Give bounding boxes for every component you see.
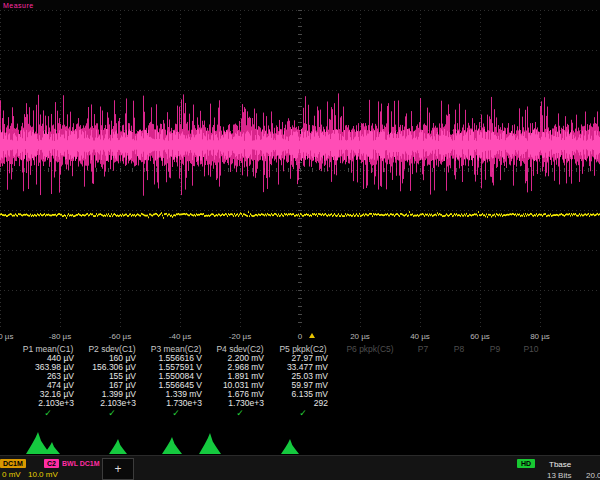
measure-value	[478, 381, 514, 390]
measure-value: 10.031 mV	[210, 381, 272, 390]
measure-value: 1.891 mV	[210, 372, 272, 381]
empty-cell	[336, 408, 406, 419]
measure-row-4: 474 µV167 µV1.556645 V10.031 mV59.97 mV	[16, 381, 600, 390]
measure-header-p7[interactable]: P7	[406, 344, 442, 354]
measure-value	[406, 363, 442, 372]
time-axis-label: 0	[298, 332, 302, 341]
measure-value: 25.03 mV	[272, 372, 336, 381]
measure-value: 1.556645 V	[144, 381, 210, 390]
top-strip: Measure	[0, 0, 600, 10]
check-icon: ✓	[210, 408, 272, 419]
measure-value	[514, 372, 550, 381]
measure-value	[336, 399, 406, 408]
measure-value: 2.968 mV	[210, 363, 272, 372]
trigger-position-icon[interactable]	[309, 333, 315, 338]
measure-value	[478, 390, 514, 399]
measure-value	[406, 399, 442, 408]
timebase-bits: 13 Bits	[547, 471, 571, 480]
measure-value	[406, 372, 442, 381]
measure-value	[478, 354, 514, 363]
oscilloscope-screen: Measure -100 µs-80 µs-60 µs-40 µs-20 µs0…	[0, 0, 600, 480]
measure-value	[442, 381, 478, 390]
top-left-label: Measure	[3, 2, 34, 9]
measure-value: 1.557591 V	[144, 363, 210, 372]
measure-value: 1.550084 V	[144, 372, 210, 381]
time-axis: -100 µs-80 µs-60 µs-40 µs-20 µs020 µs40 …	[0, 330, 600, 344]
measure-value	[336, 363, 406, 372]
empty-cell	[442, 408, 478, 419]
check-icon: ✓	[82, 408, 144, 419]
crosshair-button[interactable]: +	[102, 458, 134, 480]
channel1-descriptor[interactable]: DC1M	[0, 459, 26, 468]
measure-value: 160 µV	[82, 354, 144, 363]
measure-value: 1.676 mV	[210, 390, 272, 399]
measure-value	[478, 399, 514, 408]
measure-header-p10[interactable]: P10	[514, 344, 550, 354]
measure-value: 156.306 µV	[82, 363, 144, 372]
measure-value: 2.200 mV	[210, 354, 272, 363]
time-axis-label: -60 µs	[109, 332, 131, 341]
measure-value: 32.16 µV	[16, 390, 82, 399]
measure-value	[336, 354, 406, 363]
measure-value	[406, 390, 442, 399]
time-axis-label: 20 µs	[350, 332, 370, 341]
measure-value: 440 µV	[16, 354, 82, 363]
measure-value: 474 µV	[16, 381, 82, 390]
measure-value	[478, 363, 514, 372]
time-axis-label: -100 µs	[0, 332, 13, 341]
measure-histicon-canvas[interactable]	[0, 421, 600, 455]
measure-row-6: 2.103e+32.103e+31.730e+31.730e+3292	[16, 399, 600, 408]
channel1-offset: 0 mV	[2, 470, 21, 479]
measure-row-5: 32.16 µV1.399 µV1.339 mV1.676 mV6.135 mV	[16, 390, 600, 399]
empty-cell	[514, 408, 550, 419]
measure-value	[442, 390, 478, 399]
empty-cell	[406, 408, 442, 419]
measure-value	[514, 363, 550, 372]
measure-header-p4[interactable]: P4 sdev(C2)	[210, 344, 272, 354]
measure-value: 1.399 µV	[82, 390, 144, 399]
channel2-descriptor[interactable]: C2	[44, 459, 59, 468]
check-icon: ✓	[144, 408, 210, 419]
measure-value	[514, 381, 550, 390]
channel1-scale: 10.0 mV	[28, 470, 58, 479]
measure-header-p6[interactable]: P6 pkpk(C5)	[336, 344, 406, 354]
measure-value	[336, 390, 406, 399]
time-axis-label: 60 µs	[470, 332, 490, 341]
bottom-bar: DC1M 0 mV 10.0 mV C2 BWL DC1M + HD Tbase…	[0, 455, 600, 480]
measure-value: 167 µV	[82, 381, 144, 390]
measure-value: 59.97 mV	[272, 381, 336, 390]
measure-header-p2[interactable]: P2 sdev(C1)	[82, 344, 144, 354]
measure-value: 363.98 µV	[16, 363, 82, 372]
time-axis-label: -80 µs	[49, 332, 71, 341]
measure-value: 27.97 mV	[272, 354, 336, 363]
measure-header-p9[interactable]: P9	[478, 344, 514, 354]
time-axis-label: -20 µs	[229, 332, 251, 341]
time-axis-label: 40 µs	[410, 332, 430, 341]
measure-header-p1[interactable]: P1 mean(C1)	[16, 344, 82, 354]
measure-value: 33.477 mV	[272, 363, 336, 372]
measure-header-p3[interactable]: P3 mean(C2)	[144, 344, 210, 354]
measure-value: 155 µV	[82, 372, 144, 381]
measure-value: 1.556616 V	[144, 354, 210, 363]
measure-value: 6.135 mV	[272, 390, 336, 399]
measure-status-row: ✓✓✓✓✓	[16, 408, 600, 419]
timebase-label[interactable]: Tbase	[549, 460, 571, 469]
time-axis-label: -40 µs	[169, 332, 191, 341]
measure-value	[442, 399, 478, 408]
measure-header-p5[interactable]: P5 pkpk(C2)	[272, 344, 336, 354]
measure-value	[514, 399, 550, 408]
measure-value	[442, 363, 478, 372]
measure-value: 1.730e+3	[210, 399, 272, 408]
measure-value	[336, 372, 406, 381]
check-icon: ✓	[272, 408, 336, 419]
measure-row-3: 263 µV155 µV1.550084 V1.891 mV25.03 mV	[16, 372, 600, 381]
hd-mode-badge[interactable]: HD	[517, 459, 535, 468]
measure-value	[406, 354, 442, 363]
empty-cell	[478, 408, 514, 419]
waveform-grid-canvas[interactable]	[0, 10, 600, 330]
measure-value	[336, 381, 406, 390]
crosshair-icon: +	[114, 462, 121, 476]
measure-header-p8[interactable]: P8	[442, 344, 478, 354]
measure-value: 2.103e+3	[82, 399, 144, 408]
measure-value: 263 µV	[16, 372, 82, 381]
